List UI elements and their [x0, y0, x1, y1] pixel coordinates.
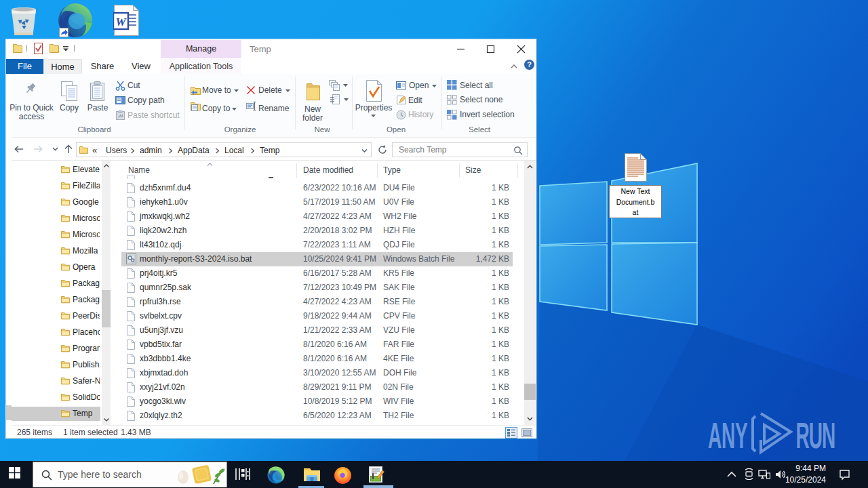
svg-text:ANY: ANY — [708, 415, 748, 455]
svg-text:RUN: RUN — [796, 415, 836, 455]
svg-text:W: W — [115, 16, 127, 28]
